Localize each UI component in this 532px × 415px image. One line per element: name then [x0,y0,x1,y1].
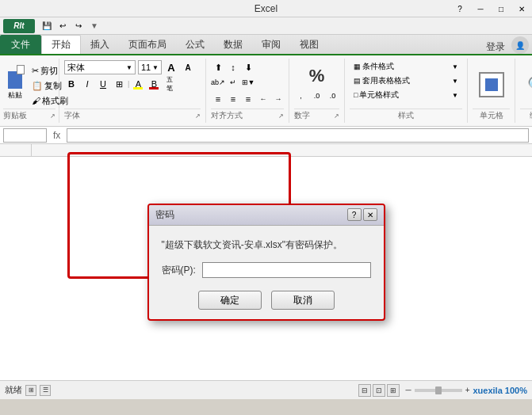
alignment-group-label: 对齐方式 ↗ [211,109,284,121]
dialog-content: "超级下载软文资讯-安卓.xlsx"有密码保护。 密码(P): 确定 取消 [149,226,384,320]
editing-icon: 🔍 [520,60,532,109]
border-button[interactable]: ⊞ [112,77,126,91]
wrap-text-button[interactable]: ↵ [226,75,240,89]
tab-file[interactable]: 文件 [0,35,41,54]
tab-data[interactable]: 数据 [214,35,252,54]
bottom-align-button[interactable]: ⬇ [241,60,255,74]
angle-text-button[interactable]: ab↗ [211,75,225,89]
zoom-slider[interactable] [415,389,462,392]
right-align-button[interactable]: ≡ [241,92,255,106]
password-label: 密码(P): [162,264,196,277]
center-align-button[interactable]: ≡ [226,92,240,106]
number-controls: % , .0 .0 [294,60,339,109]
formula-input[interactable] [67,128,529,143]
italic-button[interactable]: I [80,77,94,91]
user-avatar: 👤 [511,36,529,54]
normal-view-icon[interactable]: ⊟ [358,384,371,397]
formula-bar: fx [0,127,532,144]
font-group: 宋体 ▼ 11 ▼ A A B I U ⊞ | A B 五笔 [59,59,206,123]
conditional-format-button[interactable]: ▦ 条件格式 ▼ [350,60,462,73]
view-mode-icons: ⊟ ⊡ ⊞ [358,384,400,397]
zoom-area: ─ + xuexila 100% [406,386,527,395]
cancel-button[interactable]: 取消 [271,291,335,310]
status-right-area: ⊟ ⊡ ⊞ ─ + xuexila 100% [358,384,527,397]
paste-icon-paper [17,65,25,74]
top-align-button[interactable]: ⬆ [211,60,225,74]
zoom-thumb [435,386,442,394]
tab-page-layout[interactable]: 页面布局 [119,35,176,54]
paste-label: 粘贴 [8,90,22,101]
dialog-titlebar: 密码 ? ✕ [149,205,384,226]
dialog-close-button[interactable]: ✕ [363,208,377,221]
login-button[interactable]: 登录 [480,40,511,54]
zoom-minus-btn[interactable]: ─ [406,386,411,394]
tab-home[interactable]: 开始 [41,35,81,54]
dialog-title: 密码 [155,208,174,222]
fx-label: fx [50,130,63,141]
increase-indent-button[interactable]: → [271,92,285,106]
clipboard-expand-icon[interactable]: ↗ [50,112,55,120]
font-name-selector[interactable]: 宋体 ▼ [64,60,136,74]
left-align-button[interactable]: ≡ [211,92,225,106]
font-row2: B I U ⊞ | A B 五笔 [64,77,201,91]
name-box[interactable] [3,128,47,143]
page-layout-view-icon[interactable]: ⊡ [373,384,385,397]
number-group-label: 数字 ↗ [294,109,339,121]
decrease-indent-button[interactable]: ← [256,92,270,106]
confirm-button[interactable]: 确定 [198,291,262,310]
cell-style-button[interactable]: □ 单元格样式 ▼ [350,89,462,101]
dialog-action-buttons: 确定 取消 [162,291,371,310]
excel-logo: RIt [3,19,35,33]
font-size-dropdown-icon: ▼ [152,64,159,71]
zoom-plus-btn[interactable]: + [465,386,470,394]
status-icon-2[interactable]: ☰ [40,385,51,396]
maximize-button[interactable]: □ [491,0,511,17]
status-icon-1[interactable]: ⊞ [25,385,36,396]
minimize-button[interactable]: ─ [470,0,491,17]
font-color-button[interactable]: B [147,77,161,91]
tab-review[interactable]: 审阅 [252,35,290,54]
increase-decimal-button[interactable]: .0 [310,89,324,103]
table-format-icon: ▤ [354,77,361,85]
percent-symbol[interactable]: % [309,66,325,86]
underline-button[interactable]: U [96,77,110,91]
wubi-button[interactable]: 五笔 [163,77,177,91]
redo-button[interactable]: ↪ [71,19,86,33]
decrease-decimal-button[interactable]: .0 [326,89,340,103]
table-format-button[interactable]: ▤ 套用表格格式 ▼ [350,74,462,87]
editing-group-label: 编辑 [520,109,532,121]
save-quick-button[interactable]: 💾 [40,19,54,33]
increase-font-btn[interactable]: A [164,60,178,74]
ribbon-content-area: 粘贴 ✂ 剪切 📋 复制 🖌 格式刷 剪贴板 ↗ 宋体 ▼ [0,55,532,127]
dialog-title-buttons: ? ✕ [347,208,377,221]
comma-button[interactable]: , [294,89,308,103]
tab-insert[interactable]: 插入 [81,35,119,54]
undo-button[interactable]: ↩ [55,19,70,33]
font-expand-icon[interactable]: ↗ [195,112,201,120]
help-button[interactable]: ? [450,0,470,17]
decrease-font-btn[interactable]: A [181,60,195,74]
status-icons: ⊞ ☰ [25,385,51,396]
page-break-view-icon[interactable]: ⊞ [387,384,400,397]
merge-button[interactable]: ⊞▼ [241,75,255,89]
font-size-selector[interactable]: 11 ▼ [138,60,162,74]
menu-tabs-row: 文件 开始 插入 页面布局 公式 数据 审阅 视图 登录 👤 [0,35,532,55]
bold-button[interactable]: B [64,77,78,91]
styles-group-label: 样式 [350,109,462,121]
ribbon: 文件 开始 插入 页面布局 公式 数据 审阅 视图 登录 👤 粘贴 ✂ 剪切 [0,35,532,127]
close-button[interactable]: ✕ [511,0,532,17]
password-dialog-overlay: 密码 ? ✕ "超级下载软文资讯-安卓.xlsx"有密码保护。 密码(P): 确… [0,144,532,380]
fill-color-button[interactable]: A [131,77,145,91]
number-expand-icon[interactable]: ↗ [334,112,339,120]
align-icons-row1: ⬆ ↕ ⬇ ab↗ ↵ ⊞▼ [211,60,284,89]
dialog-question-button[interactable]: ? [347,208,362,221]
editing-group: 🔍 编辑 [515,59,532,123]
middle-align-button[interactable]: ↕ [226,60,240,74]
quick-access-toolbar: RIt 💾 ↩ ↪ ▼ [0,17,532,35]
align-expand-icon[interactable]: ↗ [278,112,284,120]
tab-view[interactable]: 视图 [290,35,328,54]
paste-button[interactable]: 粘贴 [3,60,27,103]
password-input[interactable] [202,262,371,278]
tab-formula[interactable]: 公式 [176,35,214,54]
styles-group: ▦ 条件格式 ▼ ▤ 套用表格格式 ▼ □ 单元格样式 ▼ 样式 [345,59,468,123]
